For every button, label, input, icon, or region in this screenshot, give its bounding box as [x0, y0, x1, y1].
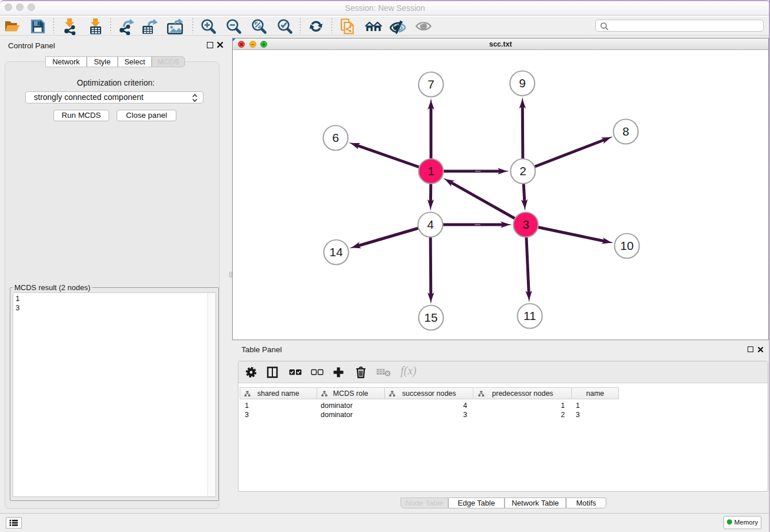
- svg-text:4: 4: [427, 218, 434, 231]
- svg-text:8: 8: [622, 125, 629, 138]
- svg-text:10: 10: [620, 239, 633, 252]
- svg-text:11: 11: [523, 309, 536, 322]
- svg-text:7: 7: [428, 78, 434, 91]
- svg-text:2: 2: [519, 164, 526, 178]
- svg-text:9: 9: [519, 76, 526, 90]
- svg-text:1: 1: [428, 164, 434, 178]
- svg-text:15: 15: [424, 311, 437, 324]
- svg-text:6: 6: [332, 131, 339, 144]
- svg-text:14: 14: [329, 245, 343, 259]
- svg-text:3: 3: [522, 218, 529, 231]
